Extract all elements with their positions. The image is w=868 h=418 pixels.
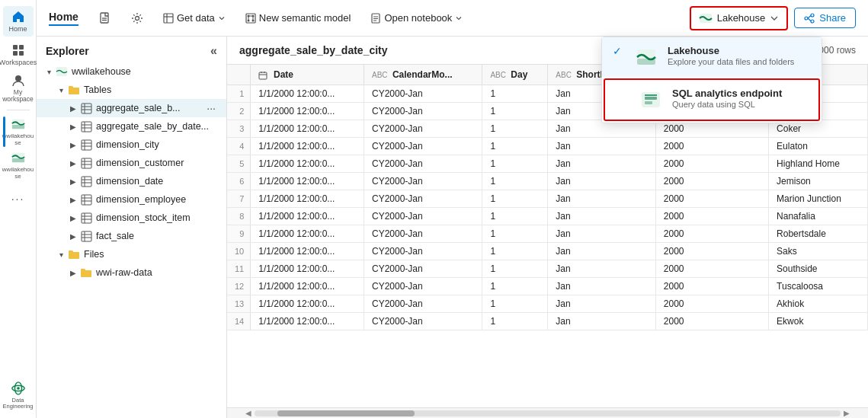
cell-day: 1 — [482, 173, 548, 190]
cell-shortmonth: Jan — [548, 225, 656, 243]
cell-calendarmo: CY2000-Jan — [364, 313, 482, 330]
hscroll-right-button[interactable]: ▶ — [841, 407, 853, 418]
tree-item-dimension-employee[interactable]: ▶ dimension_employee — [37, 190, 226, 209]
cell-day: 1 — [482, 85, 548, 103]
table3-icon — [79, 156, 93, 170]
explorer-collapse-button[interactable]: « — [210, 44, 217, 58]
cell-rownum: 6 — [227, 173, 251, 190]
hscroll-track[interactable] — [255, 410, 841, 416]
svg-line-37 — [808, 18, 811, 21]
sidebar-item-wwilakehouse1[interactable]: wwilakehou se — [3, 116, 34, 147]
dropdown-sql-desc: Query data using SQL — [672, 100, 808, 109]
new-semantic-model-button[interactable]: New semantic model — [237, 8, 360, 28]
tree-item-dimension-date[interactable]: ▶ dimension_date — [37, 172, 226, 190]
cell-rownum: 3 — [227, 120, 251, 138]
rawdata-folder-icon — [79, 266, 93, 279]
svg-rect-60 — [82, 177, 91, 187]
cell-rownum: 1 — [227, 85, 251, 103]
tree-item-tables[interactable]: ▾ Tables — [37, 81, 226, 99]
more-icon: ··· — [11, 191, 26, 206]
topbar-actions: Get data New semantic model — [91, 8, 471, 29]
topbar-title: Home — [49, 11, 78, 26]
cell-date: 1/1/2000 12:00:0... — [251, 243, 364, 260]
table0-more-button[interactable]: ··· — [202, 102, 220, 114]
tree-item-dimension-city[interactable]: ▶ dimension_city — [37, 136, 226, 154]
cell-shortmonth: Jan — [548, 278, 656, 295]
workspaces-icon — [11, 43, 26, 58]
table1-chevron-icon: ▶ — [67, 120, 79, 132]
new-document-button[interactable] — [91, 8, 120, 29]
sidebar-item-dataengineering[interactable]: Data Engineering — [3, 378, 34, 412]
table-row: 8 1/1/2000 12:00:0... CY2000-Jan 1 Jan 2… — [227, 208, 868, 225]
topbar-right: Lakehouse Share — [690, 6, 856, 30]
cell-day: 1 — [482, 138, 548, 155]
svg-rect-76 — [259, 72, 267, 79]
folder-icon — [67, 83, 81, 97]
svg-point-33 — [811, 14, 814, 17]
cell-calendaryear: 2000 — [655, 138, 768, 155]
sidebar-item-myworkspace[interactable]: My workspace — [3, 73, 34, 104]
cell-calendaryear: 2000 — [655, 295, 768, 313]
sidebar-item-more[interactable]: ··· — [3, 183, 34, 214]
cell-city: Eulaton — [769, 138, 868, 155]
table-row: 13 1/1/2000 12:00:0... CY2000-Jan 1 Jan … — [227, 295, 868, 313]
svg-rect-3 — [19, 51, 24, 56]
col-header-calendarmo[interactable]: ABC CalendarMo... — [364, 65, 482, 85]
col-header-day[interactable]: ABC Day — [482, 65, 548, 85]
person-icon — [11, 74, 26, 88]
workspace-chevron-icon: ▾ — [43, 65, 55, 78]
sidebar-item-wwilakehouse2[interactable]: wwilakehou se — [3, 150, 34, 180]
sidebar-item-dataengineering-label: Data Engineering — [2, 397, 33, 410]
cell-shortmonth: Jan — [548, 155, 656, 173]
settings-button[interactable] — [123, 8, 152, 29]
svg-rect-41 — [645, 97, 657, 100]
table1-icon — [79, 120, 93, 133]
tree-item-fact-sale[interactable]: ▶ fact_sale — [37, 227, 226, 245]
dropdown-item-lakehouse[interactable]: ✓ Lakehouse Explore your data files and … — [602, 37, 822, 77]
cell-calendaryear: 2000 — [655, 313, 768, 330]
sidebar-item-home-label: Home — [8, 26, 27, 34]
cell-date: 1/1/2000 12:00:0... — [251, 173, 364, 190]
sidebar-item-workspaces[interactable]: Workspaces — [3, 40, 34, 70]
table5-icon — [79, 193, 93, 206]
dropdown-lakehouse-text: Lakehouse Explore your data files and fo… — [668, 45, 811, 66]
share-button[interactable]: Share — [794, 8, 856, 28]
tree-item-workspace[interactable]: ▾ wwilakehouse — [37, 62, 226, 81]
table-row: 14 1/1/2000 12:00:0... CY2000-Jan 1 Jan … — [227, 313, 868, 330]
tree-item-dimension-stock-item[interactable]: ▶ dimension_stock_item — [37, 209, 226, 227]
table-row: 10 1/1/2000 12:00:0... CY2000-Jan 1 Jan … — [227, 243, 868, 260]
dropdown-sql-icon — [639, 88, 663, 112]
cell-calendaryear: 2000 — [655, 190, 768, 208]
cell-calendarmo: CY2000-Jan — [364, 120, 482, 138]
tree-item-files[interactable]: ▾ Files — [37, 245, 226, 263]
table6-icon — [79, 211, 93, 225]
dropdown-item-sql[interactable]: SQL analytics endpoint Query data using … — [604, 78, 820, 121]
svg-point-4 — [15, 75, 21, 81]
share-icon — [804, 13, 815, 24]
get-data-button[interactable]: Get data — [155, 8, 234, 28]
cell-date: 1/1/2000 12:00:0... — [251, 295, 364, 313]
cell-shortmonth: Jan — [548, 190, 656, 208]
tree-item-aggregate-sale-by-date[interactable]: ▶ aggregate_sale_by_date... — [37, 117, 226, 136]
tree-item-wwi-raw-data[interactable]: ▶ wwi-raw-data — [37, 263, 226, 282]
lakehouse-button[interactable]: Lakehouse — [690, 6, 789, 30]
svg-point-35 — [805, 17, 808, 20]
svg-rect-68 — [82, 213, 91, 223]
svg-line-36 — [808, 15, 811, 18]
cell-date: 1/1/2000 12:00:0... — [251, 103, 364, 120]
open-notebook-button[interactable]: Open notebook — [362, 8, 471, 28]
tree-item-dimension-customer[interactable]: ▶ dimension_customer — [37, 154, 226, 172]
col-header-date[interactable]: Date — [251, 65, 364, 85]
sidebar-item-home[interactable]: Home — [3, 6, 34, 37]
workspace-icon — [55, 65, 69, 78]
svg-rect-42 — [645, 101, 652, 104]
tree-item-aggregate-sale-b[interactable]: ▶ aggregate_sale_b... ··· — [37, 99, 226, 117]
hscroll-bar[interactable]: ◀ ▶ — [227, 407, 868, 418]
cell-calendarmo: CY2000-Jan — [364, 173, 482, 190]
hscroll-left-button[interactable]: ◀ — [242, 407, 255, 418]
svg-rect-64 — [82, 195, 91, 205]
hscroll-thumb[interactable] — [277, 410, 415, 416]
explorer-header: Explorer « — [37, 37, 226, 62]
cell-calendaryear: 2000 — [655, 225, 768, 243]
home-icon — [11, 9, 26, 24]
